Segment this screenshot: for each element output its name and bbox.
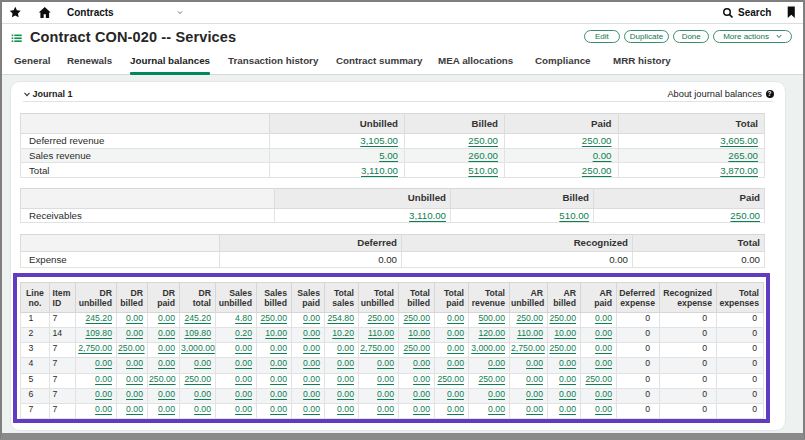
line-cell[interactable]: 0.00 — [581, 358, 617, 373]
nav-chevron-down-icon[interactable] — [176, 9, 184, 16]
amount-link[interactable]: 0.00 — [337, 343, 354, 353]
line-cell[interactable]: 10.00 — [399, 328, 435, 343]
amount-link[interactable]: 0.00 — [559, 374, 576, 384]
line-cell[interactable]: 0.00 — [469, 403, 510, 418]
line-cell[interactable]: 0.00 — [292, 328, 325, 343]
amount-link[interactable]: 250.00 — [478, 374, 505, 384]
amount-link[interactable]: 0.00 — [559, 389, 576, 399]
amount-link[interactable]: 0.00 — [447, 404, 464, 414]
amount-link[interactable]: 0.00 — [158, 313, 175, 323]
amount-cell[interactable]: 3,605.00 — [618, 133, 765, 148]
line-cell[interactable]: 0.00 — [469, 358, 510, 373]
amount-link[interactable]: 0.00 — [303, 358, 320, 368]
line-cell[interactable]: 0.00 — [399, 403, 435, 418]
amount-cell[interactable]: 3,870.00 — [618, 163, 765, 178]
amount-link[interactable]: 0.00 — [447, 313, 464, 323]
amount-link[interactable]: 0.00 — [270, 358, 287, 368]
amount-link[interactable]: 0.20 — [235, 328, 252, 338]
line-cell[interactable]: 0.00 — [148, 313, 180, 328]
more-actions-button[interactable]: More actions — [713, 30, 792, 43]
amount-link[interactable]: 0.00 — [377, 358, 394, 368]
amount-cell[interactable]: 265.00 — [618, 148, 765, 163]
amount-link[interactable]: 0.00 — [235, 343, 252, 353]
line-cell[interactable]: 0.00 — [180, 388, 216, 403]
amount-cell[interactable]: 3,110.00 — [275, 208, 451, 223]
amount-link[interactable]: 4.80 — [235, 313, 252, 323]
amount-link[interactable]: 2,750.00 — [78, 343, 112, 353]
amount-link[interactable]: 0.00 — [303, 404, 320, 414]
line-cell[interactable]: 245.20 — [180, 313, 216, 328]
amount-link[interactable]: 3,000.00 — [181, 343, 215, 353]
amount-link[interactable]: 0.00 — [158, 358, 175, 368]
line-cell[interactable]: 0.00 — [257, 403, 292, 418]
search-button[interactable]: Search — [722, 5, 771, 21]
tab-compliance[interactable]: Compliance — [535, 50, 591, 74]
amount-link[interactable]: 0.00 — [270, 343, 287, 353]
line-cell[interactable]: 0.00 — [325, 343, 359, 358]
line-cell[interactable]: 0.00 — [257, 388, 292, 403]
line-cell[interactable]: 250.00 — [548, 313, 581, 328]
record-list-icon[interactable] — [11, 34, 22, 43]
amount-link[interactable]: 250.00 — [468, 135, 498, 146]
line-cell[interactable]: 250.00 — [359, 313, 399, 328]
amount-cell[interactable]: 250.00 — [505, 133, 619, 148]
line-cell[interactable]: 4.80 — [216, 313, 257, 328]
line-cell[interactable]: 0.00 — [581, 343, 617, 358]
amount-link[interactable]: 0.00 — [235, 358, 252, 368]
line-cell[interactable]: 250.00 — [510, 313, 548, 328]
collapse-chevron-icon[interactable] — [24, 92, 30, 97]
amount-link[interactable]: 0.00 — [126, 374, 143, 384]
line-cell[interactable]: 0.00 — [510, 358, 548, 373]
line-cell[interactable]: 0.00 — [216, 373, 257, 388]
line-cell[interactable]: 0.00 — [510, 373, 548, 388]
line-cell[interactable]: 250.00 — [435, 373, 469, 388]
amount-link[interactable]: 10.00 — [265, 328, 287, 338]
amount-link[interactable]: 0.00 — [595, 313, 612, 323]
line-cell[interactable]: 0.00 — [548, 403, 581, 418]
duplicate-button[interactable]: Duplicate — [624, 30, 669, 43]
amount-link[interactable]: 510.00 — [468, 165, 498, 176]
line-cell[interactable]: 0.00 — [216, 388, 257, 403]
amount-link[interactable]: 0.00 — [303, 389, 320, 399]
amount-link[interactable]: 0.00 — [158, 404, 175, 414]
amount-link[interactable]: 0.00 — [126, 313, 143, 323]
about-journal-balances-link[interactable]: About journal balances — [667, 89, 762, 99]
amount-link[interactable]: 3,110.00 — [361, 165, 398, 176]
amount-link[interactable]: 2,750.00 — [360, 343, 394, 353]
line-cell[interactable]: 250.00 — [257, 313, 292, 328]
line-cell[interactable]: 0.00 — [581, 403, 617, 418]
amount-link[interactable]: 0.00 — [303, 374, 320, 384]
line-cell[interactable]: 0.00 — [548, 373, 581, 388]
amount-link[interactable]: 0.00 — [377, 404, 394, 414]
amount-link[interactable]: 250.00 — [582, 165, 612, 176]
line-cell[interactable]: 0.00 — [292, 373, 325, 388]
line-cell[interactable]: 109.80 — [76, 328, 117, 343]
line-cell[interactable]: 120.00 — [469, 328, 510, 343]
amount-link[interactable]: 245.20 — [85, 313, 112, 323]
amount-link[interactable]: 250.00 — [437, 374, 464, 384]
amount-link[interactable]: 0.00 — [377, 389, 394, 399]
line-cell[interactable]: 0.00 — [548, 358, 581, 373]
amount-link[interactable]: 0.00 — [270, 389, 287, 399]
tab-mrr-history[interactable]: MRR history — [613, 50, 671, 74]
line-cell[interactable]: 250.00 — [399, 343, 435, 358]
line-cell[interactable]: 110.00 — [359, 328, 399, 343]
line-cell[interactable]: 10.00 — [257, 328, 292, 343]
amount-link[interactable]: 260.00 — [468, 150, 498, 161]
help-question-icon[interactable]: ? — [766, 90, 774, 98]
line-cell[interactable]: 254.80 — [325, 313, 359, 328]
amount-link[interactable]: 250.00 — [260, 313, 287, 323]
amount-link[interactable]: 250.00 — [403, 343, 430, 353]
tab-renewals[interactable]: Renewals — [67, 50, 112, 74]
amount-link[interactable]: 2,750.00 — [511, 343, 545, 353]
amount-link[interactable]: 109.80 — [85, 328, 112, 338]
line-cell[interactable]: 250.00 — [581, 373, 617, 388]
amount-link[interactable]: 0.00 — [126, 389, 143, 399]
amount-link[interactable]: 5.00 — [379, 150, 398, 161]
line-cell[interactable]: 2,750.00 — [510, 343, 548, 358]
edit-button[interactable]: Edit — [584, 30, 620, 43]
amount-link[interactable]: 250.00 — [516, 313, 543, 323]
line-cell[interactable]: 0.00 — [216, 343, 257, 358]
amount-link[interactable]: 0.00 — [337, 358, 354, 368]
amount-link[interactable]: 0.00 — [595, 358, 612, 368]
